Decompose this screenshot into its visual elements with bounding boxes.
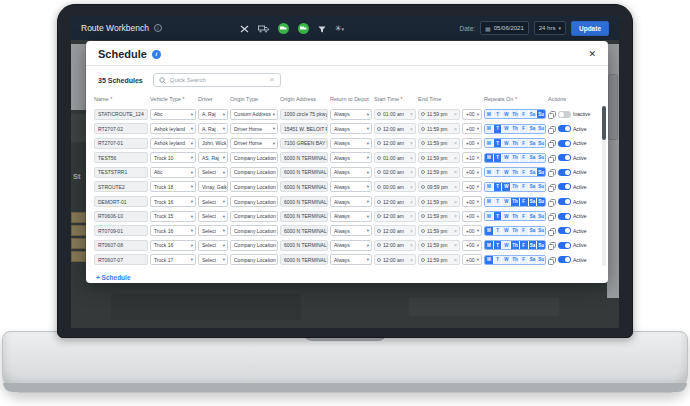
day-chip-th[interactable]: Th	[511, 110, 519, 118]
row-driver-select[interactable]: Select▾	[198, 225, 228, 236]
active-toggle[interactable]	[558, 183, 571, 190]
row-end-time-field[interactable]: 09:59 pm×	[418, 181, 460, 192]
row-vehicle-type-select[interactable]: Truck 16▾	[150, 225, 196, 236]
day-chip-sa[interactable]: Sa	[529, 256, 537, 264]
clear-time-icon[interactable]: ×	[454, 111, 457, 117]
day-chip-w[interactable]: W	[502, 168, 510, 176]
day-chip-th[interactable]: Th	[511, 168, 519, 176]
day-chip-w[interactable]: W	[502, 227, 510, 235]
row-start-time-field[interactable]: 02:00 am×	[374, 167, 416, 178]
truck-icon[interactable]	[258, 19, 269, 37]
row-return-to-depot-select[interactable]: Always▾	[330, 152, 372, 163]
row-return-to-depot-select[interactable]: Always▾	[330, 167, 372, 178]
row-driver-select[interactable]: Vinay, Gaik▾	[198, 181, 228, 192]
row-driver-select[interactable]: A, Raj▾	[198, 123, 228, 134]
day-chip-t[interactable]: T	[494, 212, 502, 220]
day-chip-sa[interactable]: Sa	[529, 227, 537, 235]
row-origin-address-input[interactable]: 6000 N TERMINAL PK	[280, 225, 328, 236]
day-chip-m[interactable]: M	[485, 212, 493, 220]
modal-close-icon[interactable]: ✕	[588, 49, 596, 59]
day-chip-th[interactable]: Th	[511, 241, 519, 249]
scrollbar-thumb[interactable]	[602, 106, 606, 140]
row-origin-type-select[interactable]: Custom Address▾	[230, 109, 278, 120]
row-name-input[interactable]: DEMORT-01	[94, 196, 148, 207]
row-start-time-field[interactable]: 00:00 am×	[374, 181, 416, 192]
clear-time-icon[interactable]: ×	[410, 111, 413, 117]
clear-time-icon[interactable]: ×	[410, 242, 413, 248]
row-name-input[interactable]: RT0607-08	[94, 240, 148, 251]
row-return-to-depot-select[interactable]: Always▾	[330, 138, 372, 149]
day-chip-w[interactable]: W	[502, 110, 510, 118]
row-origin-address-input[interactable]: 6000 N TERMINAL PK	[280, 240, 328, 251]
row-end-time-field[interactable]: 11:59 pm×	[418, 138, 460, 149]
day-chip-w[interactable]: W	[502, 198, 510, 206]
modal-info-icon[interactable]: i	[152, 50, 161, 59]
time-range-select[interactable]: 24 hrs ▾	[534, 21, 566, 35]
row-utc-offset-select[interactable]: +00▾	[462, 225, 482, 236]
row-origin-address-input[interactable]: 6000 N TERMINAL PK	[280, 152, 328, 163]
day-chip-f[interactable]: F	[520, 256, 528, 264]
row-start-time-field[interactable]: 01:00 am×	[374, 109, 416, 120]
active-toggle[interactable]	[558, 140, 571, 147]
day-chip-f[interactable]: F	[520, 212, 528, 220]
day-chip-su[interactable]: Su	[537, 212, 545, 220]
active-toggle[interactable]	[558, 227, 571, 234]
clear-time-icon[interactable]: ×	[454, 242, 457, 248]
row-return-to-depot-select[interactable]: Always▾	[330, 109, 372, 120]
row-origin-type-select[interactable]: Driver Home▾	[230, 138, 278, 149]
day-chip-sa[interactable]: Sa	[529, 212, 537, 220]
day-chip-m[interactable]: M	[485, 125, 493, 133]
row-start-time-field[interactable]: 12:00 am×	[374, 138, 416, 149]
row-start-time-field[interactable]: 12:00 am×	[374, 123, 416, 134]
day-chip-f[interactable]: F	[520, 183, 528, 191]
row-origin-address-input[interactable]: 6000 N TERMINAL PK	[280, 181, 328, 192]
day-chip-f[interactable]: F	[520, 198, 528, 206]
row-origin-address-input[interactable]: 6000 N TERMINAL PK	[280, 211, 328, 222]
row-origin-address-input[interactable]: 15451 W. BELOIT RD,	[280, 123, 328, 134]
day-chip-f[interactable]: F	[520, 139, 528, 147]
row-origin-type-select[interactable]: Driver Home▾	[230, 123, 278, 134]
row-name-input[interactable]: RT2707-01	[94, 138, 148, 149]
row-utc-offset-select[interactable]: +00▾	[462, 167, 482, 178]
day-chip-m[interactable]: M	[485, 256, 493, 264]
day-chip-su[interactable]: Su	[537, 241, 545, 249]
clear-time-icon[interactable]: ×	[410, 213, 413, 219]
vehicle-status-green-alt-icon[interactable]	[298, 23, 309, 34]
day-chip-th[interactable]: Th	[511, 139, 519, 147]
clear-search-icon[interactable]: ✕	[269, 76, 274, 84]
day-chip-t[interactable]: T	[494, 183, 502, 191]
row-return-to-depot-select[interactable]: Always▾	[330, 181, 372, 192]
row-vehicle-type-select[interactable]: Truck 18▾	[150, 181, 196, 192]
row-start-time-field[interactable]: 12:00 am×	[374, 240, 416, 251]
day-chip-f[interactable]: F	[520, 227, 528, 235]
day-chip-t[interactable]: T	[494, 154, 502, 162]
clear-time-icon[interactable]: ×	[454, 184, 457, 190]
row-name-input[interactable]: TESTSTRR1	[94, 167, 148, 178]
day-chip-th[interactable]: Th	[511, 125, 519, 133]
row-vehicle-type-select[interactable]: Ashok leyland▾	[150, 123, 196, 134]
row-driver-select[interactable]: Select▾	[198, 240, 228, 251]
row-vehicle-type-select[interactable]: Abc▾	[150, 109, 196, 120]
day-chip-f[interactable]: F	[520, 110, 528, 118]
row-start-time-field[interactable]: 12:00 am×	[374, 196, 416, 207]
row-driver-select[interactable]: Select▾	[198, 254, 228, 265]
row-utc-offset-select[interactable]: +00▾	[462, 181, 482, 192]
day-chip-t[interactable]: T	[494, 227, 502, 235]
day-chip-t[interactable]: T	[494, 125, 502, 133]
swap-routes-icon[interactable]	[240, 19, 249, 37]
row-name-input[interactable]: STROUTE2	[94, 181, 148, 192]
day-chip-sa[interactable]: Sa	[529, 183, 537, 191]
day-chip-w[interactable]: W	[502, 212, 510, 220]
day-chip-th[interactable]: Th	[511, 212, 519, 220]
filter-icon[interactable]	[318, 19, 326, 37]
day-chip-w[interactable]: W	[502, 125, 510, 133]
day-chip-su[interactable]: Su	[537, 198, 545, 206]
row-origin-type-select[interactable]: Company Location▾	[230, 225, 278, 236]
vehicle-status-green-icon[interactable]	[278, 23, 289, 34]
clear-time-icon[interactable]: ×	[410, 228, 413, 234]
active-toggle[interactable]	[558, 213, 571, 220]
row-utc-offset-select[interactable]: +00▾	[462, 240, 482, 251]
day-chip-sa[interactable]: Sa	[529, 154, 537, 162]
day-chip-th[interactable]: Th	[511, 198, 519, 206]
row-utc-offset-select[interactable]: +00▾	[462, 196, 482, 207]
